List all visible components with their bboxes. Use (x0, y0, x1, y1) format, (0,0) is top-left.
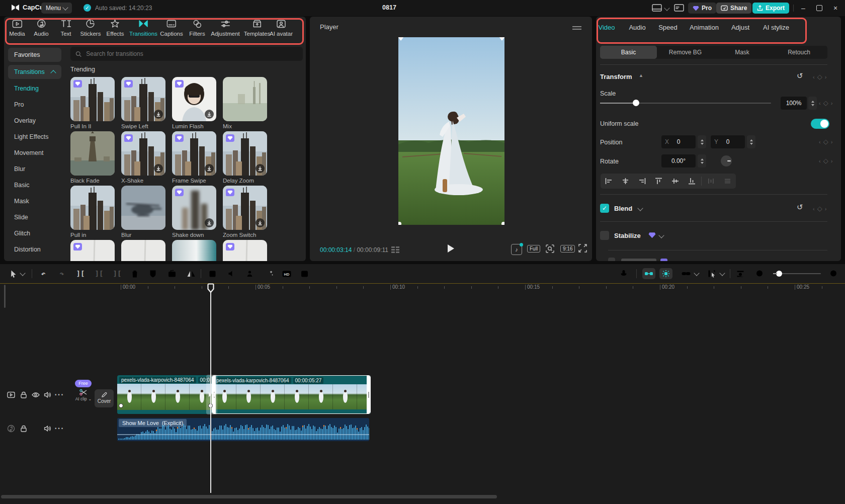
smart-tools-icon[interactable] (265, 269, 274, 279)
tab-animation[interactable]: Animation (690, 24, 719, 31)
clip-select-icon[interactable] (708, 269, 716, 279)
audio-track-speaker-icon[interactable] (44, 426, 52, 432)
sidebar-item-slide[interactable]: Slide (14, 214, 28, 221)
scale-value[interactable]: 100% (781, 97, 807, 110)
video-track-media-track-icon[interactable] (7, 392, 15, 398)
transition-thumb-partial[interactable] (223, 240, 267, 261)
transform-section-header[interactable]: Transform (600, 73, 632, 80)
sidebar-item-blur[interactable]: Blur (14, 165, 25, 173)
transition-thumb-shake-down[interactable] (172, 186, 216, 230)
split-left-icon[interactable]: ][ (95, 269, 104, 279)
position-x-field[interactable]: X0 (661, 135, 696, 148)
chevron-down-icon[interactable] (720, 269, 724, 279)
sidebar-item-favorites[interactable]: Favorites (8, 48, 61, 62)
transform-handle[interactable] (499, 37, 504, 41)
align-center-h-icon[interactable] (617, 174, 634, 189)
tab-speed[interactable]: Speed (658, 24, 678, 31)
horizontal-scrollbar[interactable] (1, 495, 497, 498)
search-bar[interactable] (70, 47, 303, 61)
toolbar-item-filters[interactable]: Filters (189, 19, 205, 37)
sidebar-item-movement[interactable]: Movement (14, 149, 43, 156)
search-input[interactable] (85, 50, 298, 58)
chevron-down-icon[interactable] (21, 269, 25, 279)
keyframe-controls[interactable]: ‹◇› (819, 99, 832, 107)
share-button[interactable]: Share (716, 3, 751, 14)
redo-icon[interactable]: ↷ (60, 269, 64, 279)
stabilize-checkbox[interactable] (600, 231, 609, 240)
transition-thumb-pull-in-ii[interactable] (70, 77, 115, 121)
transform-handle[interactable] (398, 222, 401, 225)
minimize-button[interactable]: – (796, 0, 811, 16)
sidebar-item-mask[interactable]: Mask (14, 198, 29, 205)
transition-thumb-partial[interactable] (121, 240, 165, 261)
mirror-icon[interactable] (187, 269, 196, 279)
keyframe-controls[interactable]: ‹◇› (819, 157, 832, 164)
ai-clip-button[interactable]: Free AI clip ⌄ (74, 383, 93, 406)
scale-slider-thumb[interactable] (633, 100, 639, 106)
toolbar-item-transitions[interactable]: Transitions (129, 19, 157, 37)
reset-icon[interactable]: ↺ (797, 71, 803, 80)
video-preview[interactable] (398, 37, 504, 225)
position-x-stepper[interactable] (698, 135, 706, 148)
layout-chevron-icon[interactable] (664, 5, 669, 11)
audio-track-music-circle-icon[interactable] (7, 425, 15, 433)
toolbar-item-effects[interactable]: Effects (107, 19, 124, 37)
audio-wave-icon[interactable] (320, 269, 328, 279)
vertical-scrollbar[interactable] (4, 285, 6, 308)
audio-track-lock-icon[interactable] (21, 425, 27, 432)
video-clip-1[interactable]: pexels-vlada-karpovich-848706400:0 (117, 375, 212, 414)
transition-thumb-swipe-left[interactable] (121, 77, 165, 121)
transition-thumb-blur[interactable] (121, 186, 165, 230)
close-button[interactable]: × (828, 0, 843, 16)
audio-track-more-icon[interactable]: ··· (55, 424, 64, 433)
tab-adjust[interactable]: Adjust (731, 24, 749, 31)
toolbar-item-audio[interactable]: Audio (34, 19, 48, 37)
magnet-icon[interactable] (642, 268, 655, 279)
tiktok-preview-icon[interactable]: ♪ (511, 244, 522, 255)
layout-switch-icon[interactable] (652, 4, 662, 12)
toolbar-item-stickers[interactable]: Stickers (80, 19, 101, 37)
transition-thumb-mix[interactable] (223, 77, 267, 121)
position-y-stepper[interactable] (747, 135, 755, 148)
split-icon[interactable]: ][ (76, 269, 85, 279)
stabilize-section-header[interactable]: Stabilize (614, 232, 641, 239)
add-avatar-icon[interactable] (246, 269, 255, 279)
tab-audio[interactable]: Audio (629, 24, 645, 31)
tab-ai-stylize[interactable]: AI stylize (763, 24, 789, 31)
export-button[interactable]: Export (752, 3, 789, 14)
zoom-out-icon[interactable] (756, 269, 765, 279)
tab-video[interactable]: Video (598, 24, 615, 31)
keyframe-controls[interactable]: ‹◇› (813, 205, 826, 212)
keyframe-controls[interactable]: ‹◇› (813, 73, 826, 80)
list-view-icon[interactable] (391, 246, 399, 253)
subtab-mask[interactable]: Mask (714, 46, 771, 59)
uniform-scale-toggle[interactable] (811, 119, 829, 129)
video-track-speaker-icon[interactable] (44, 392, 52, 398)
align-middle-icon[interactable] (667, 174, 684, 189)
transition-thumb-partial[interactable] (172, 240, 216, 261)
toolbar-item-templates[interactable]: Templates (244, 19, 270, 37)
keyframe-controls[interactable]: ‹◇› (819, 138, 832, 145)
subtab-retouch[interactable]: Retouch (771, 46, 827, 59)
chevron-down-icon[interactable] (658, 232, 664, 238)
collapse-caret-icon[interactable]: ▲ (639, 73, 643, 78)
compact-layout-icon[interactable] (674, 4, 684, 12)
toolbar-item-media[interactable]: Media (9, 19, 25, 37)
transition-thumb-partial[interactable] (70, 240, 115, 261)
align-left-icon[interactable] (601, 174, 617, 189)
video-track-eye-icon[interactable] (32, 392, 40, 398)
chevron-down-icon[interactable] (637, 205, 643, 211)
extract-audio-icon[interactable] (228, 269, 236, 279)
transition-thumb-black-fade[interactable] (70, 131, 115, 176)
preview-axis-icon[interactable] (736, 269, 745, 279)
transform-handle[interactable] (398, 37, 404, 41)
subtab-basic[interactable]: Basic (600, 46, 657, 59)
sidebar-item-overlay[interactable]: Overlay (14, 117, 36, 124)
mic-icon[interactable] (620, 269, 627, 279)
sidebar-item-glitch[interactable]: Glitch (14, 230, 30, 237)
scale-stepper[interactable] (808, 97, 817, 110)
mark-icon[interactable] (149, 269, 157, 279)
timeline-zoom-slider[interactable] (773, 273, 821, 274)
video-track-more-icon[interactable]: ··· (55, 390, 64, 399)
sidebar-item-pro[interactable]: Pro (14, 101, 24, 108)
